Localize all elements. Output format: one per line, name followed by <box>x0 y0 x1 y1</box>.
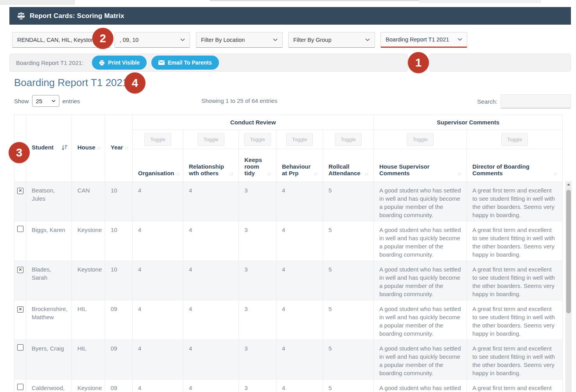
organisation-score-cell: 4 <box>133 221 183 261</box>
showing-entries-info: Showing 1 to 25 of 64 entries <box>201 97 277 104</box>
filter-report-dropdown[interactable]: Boarding Report T1 2021 <box>380 32 467 48</box>
toggle-director-button[interactable]: Toggle <box>501 133 528 146</box>
column-label: Rollcall Attendance <box>328 163 363 176</box>
student-cell: Beatson, Jules <box>26 182 72 221</box>
scrollbar-up-arrow-icon[interactable] <box>565 181 572 187</box>
toggle-rollcall-button[interactable]: Toggle <box>335 133 361 146</box>
filter-years-value: , 09, 10 <box>120 37 138 43</box>
keeps-room-tidy-score-cell: 3 <box>239 221 276 261</box>
organisation-score-cell: 4 <box>133 300 183 340</box>
behaviour-score-cell: 4 <box>276 261 323 300</box>
entries-select-value: 25 <box>36 98 43 104</box>
chevron-down-icon <box>458 36 462 42</box>
toggle-keeps-room-button[interactable]: Toggle <box>244 133 271 146</box>
scales-icon <box>16 12 26 20</box>
column-header-relationship-wth-others[interactable]: Relationship wth others↓↑ <box>183 149 239 182</box>
scoring-matrix-table: Student <box>14 115 562 392</box>
house-cell: HIL <box>72 300 105 340</box>
column-header-director-of-boarding-comments[interactable]: Director of Boarding Comments↓↑ <box>467 149 563 182</box>
house-cell: Keystone <box>72 379 105 392</box>
toggle-behaviour-button[interactable]: Toggle <box>286 133 313 146</box>
student-cell: Calderwood, <box>26 379 72 392</box>
column-header-student[interactable]: Student <box>26 115 72 182</box>
report-toolbar: Boarding Report T1 2021: Print Visible E… <box>9 54 408 72</box>
column-header-keeps-room-tidy[interactable]: Keeps room tidy↓↑ <box>239 149 276 182</box>
table-vertical-scrollbar[interactable] <box>565 181 572 392</box>
email-to-parents-button[interactable]: Email To Parents <box>151 56 219 70</box>
sort-icon: ↓↑ <box>176 171 180 176</box>
relationship-score-cell: 4 <box>183 221 239 261</box>
row-checkbox[interactable] <box>17 384 23 390</box>
table-row: Brockenshire, Matthew HIL 09 4 4 3 4 5 A… <box>14 300 563 340</box>
group-header-conduct-review: Conduct Review <box>133 115 374 130</box>
house-cell: Keystone <box>72 221 105 261</box>
student-cell: Brockenshire, Matthew <box>26 300 72 340</box>
organisation-score-cell: 4 <box>133 261 183 300</box>
entries-per-page-select[interactable]: 25 <box>32 95 59 107</box>
search-input[interactable] <box>501 94 571 108</box>
column-header-house-supervisor-comments[interactable]: House Supervisor Comments↓↑ <box>374 149 467 182</box>
rollcall-score-cell: 5 <box>323 340 374 379</box>
keeps-room-tidy-score-cell: 3 <box>239 379 276 392</box>
row-checkbox-cell <box>14 379 26 392</box>
year-cell: 10 <box>105 261 133 300</box>
sort-icon: ↓↑ <box>230 171 234 176</box>
print-visible-button[interactable]: Print Visible <box>92 56 147 70</box>
toggle-cell-director: Toggle <box>467 130 563 149</box>
column-header-behaviour-at-prp[interactable]: Behaviour at Prp↓↑ <box>276 149 323 182</box>
toggle-cell-keeps-room: Toggle <box>239 130 276 149</box>
chevron-down-icon <box>52 100 56 102</box>
rollcall-score-cell: 5 <box>323 379 374 392</box>
director-of-boarding-comment-cell: A great first term and excellent to see … <box>467 300 563 340</box>
row-checkbox[interactable] <box>17 226 23 232</box>
filter-report-value: Boarding Report T1 2021 <box>386 36 449 43</box>
row-checkbox[interactable] <box>17 267 23 273</box>
filter-location-value: Filter By Location <box>201 37 245 43</box>
toggle-organisation-button[interactable]: Toggle <box>144 133 171 146</box>
column-header-house[interactable]: House↓↑ <box>72 115 105 182</box>
chevron-down-icon <box>180 36 185 43</box>
keeps-room-tidy-score-cell: 3 <box>239 261 276 300</box>
column-label: Director of Boarding Comments <box>472 163 552 176</box>
show-label: Show <box>14 98 29 104</box>
house-supervisor-comment-cell: A good student who has settled in well a… <box>374 340 467 379</box>
sort-descending-active-icon <box>61 145 68 151</box>
toggle-cell-behaviour: Toggle <box>276 130 323 149</box>
column-label: Student <box>32 144 54 151</box>
keeps-room-tidy-score-cell: 3 <box>239 182 276 221</box>
house-supervisor-comment-cell: A good student who has settled in well a… <box>374 300 467 340</box>
scrollbar-thumb[interactable] <box>566 190 571 313</box>
toggle-cell-organisation: Toggle <box>133 130 183 149</box>
column-label: House <box>77 144 95 151</box>
house-supervisor-comment-cell: A good student who has settled in well a… <box>374 182 467 221</box>
relationship-score-cell: 4 <box>183 379 239 392</box>
column-label: Relationship wth others <box>189 163 228 176</box>
row-checkbox[interactable] <box>17 344 23 351</box>
toggle-relationship-button[interactable]: Toggle <box>197 133 224 146</box>
entries-label: entries <box>63 98 80 104</box>
row-checkbox-cell <box>14 261 26 300</box>
filter-by-group-dropdown[interactable]: Filter By Group <box>288 32 375 48</box>
year-cell: 09 <box>105 379 133 392</box>
column-header-rollcall-attendance[interactable]: Rollcall Attendance↓↑ <box>323 149 374 182</box>
top-edge-decoration-left <box>0 0 75 5</box>
behaviour-score-cell: 4 <box>276 182 323 221</box>
organisation-score-cell: 4 <box>133 340 183 379</box>
column-label: House Supervisor Comments <box>379 163 456 176</box>
table-row: Byers, Craig HIL 09 4 4 3 4 5 A good stu… <box>14 340 563 379</box>
filter-by-location-dropdown[interactable]: Filter By Location <box>196 32 283 48</box>
column-header-year[interactable]: Year↓↑ <box>105 115 133 182</box>
row-checkbox[interactable] <box>17 188 23 194</box>
relationship-score-cell: 4 <box>183 182 239 221</box>
app-title-bar: Report Cards: Scoring Matrix <box>9 7 571 25</box>
top-edge-decoration-right <box>419 0 541 3</box>
chevron-down-icon <box>273 36 278 43</box>
column-label: Behaviour at Prp <box>282 163 312 176</box>
row-checkbox[interactable] <box>17 306 23 313</box>
house-supervisor-comment-cell: A good student who has settled in well a… <box>374 379 467 392</box>
student-cell: Biggs, Karen <box>26 221 72 261</box>
column-header-organisation[interactable]: Organisation↓↑ <box>133 149 183 182</box>
filter-years-dropdown[interactable]: , 09, 10 <box>115 32 190 48</box>
toggle-house-supervisor-button[interactable]: Toggle <box>407 133 433 146</box>
column-label: Organisation <box>138 170 174 176</box>
